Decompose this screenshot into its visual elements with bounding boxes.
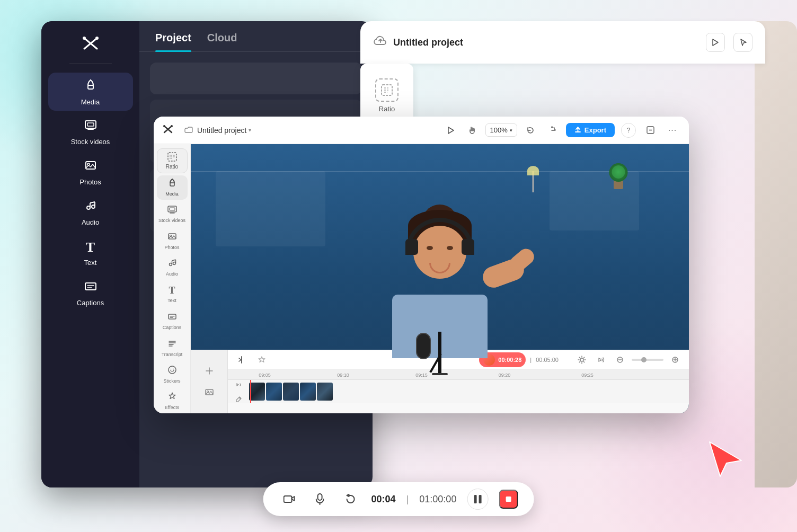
editor-nav-captions[interactable]: Captions (157, 308, 188, 333)
sidebar-item-text[interactable]: T Text (48, 234, 133, 272)
nav-text-icon: T (169, 285, 175, 296)
timeline-side-controls (191, 350, 228, 413)
zoom-minus-btn[interactable] (613, 352, 627, 367)
chevron-zoom-icon: ▾ (510, 128, 512, 133)
reset-btn[interactable] (341, 489, 361, 509)
export-btn[interactable]: Export (566, 123, 615, 137)
redo-btn[interactable] (544, 122, 560, 138)
editor-nav-text[interactable]: T Text (157, 282, 188, 306)
captions-icon (84, 280, 97, 296)
sidebar-item-captions[interactable]: Captions (48, 274, 133, 312)
tab-project[interactable]: Project (155, 32, 191, 51)
sidebar-item-stock-videos[interactable]: Stock videos (48, 113, 133, 151)
edit-clip-btn[interactable] (233, 393, 245, 403)
thumb-5 (317, 383, 333, 401)
play-preview-btn[interactable] (443, 122, 459, 138)
editor-nav-effects[interactable]: Effects (157, 389, 188, 413)
svg-rect-68 (318, 494, 322, 500)
nav-text-label: Text (167, 298, 176, 303)
tab-cloud[interactable]: Cloud (207, 32, 237, 51)
nav-stickers-icon (167, 365, 177, 377)
svg-rect-72 (506, 496, 511, 502)
svg-rect-65 (206, 389, 213, 395)
ratio-label: Ratio (379, 105, 395, 113)
rec-total-duration: 01:00:00 (419, 494, 456, 505)
nav-media-icon (167, 178, 177, 190)
timeline-track (228, 380, 689, 403)
camera-btn[interactable] (279, 489, 299, 509)
hand-tool-btn[interactable] (464, 122, 480, 138)
header-actions (706, 33, 752, 52)
svg-point-52 (169, 366, 176, 374)
editor-nav-photos[interactable]: Photos (157, 228, 188, 253)
stock-videos-icon (84, 119, 97, 135)
nav-stock-icon (167, 205, 177, 216)
timeline-settings-btn[interactable] (574, 352, 589, 367)
editor-inner-sidebar: Ratio Media (154, 144, 191, 413)
editor-nav-transcript[interactable]: Transcript (157, 335, 188, 360)
sidebar-item-media[interactable]: Media (48, 73, 133, 111)
ruler-mark-4: 09:20 (499, 373, 511, 378)
nav-captions-icon (167, 312, 177, 323)
editor-nav-stock[interactable]: Stock videos (157, 202, 188, 226)
split-tool-btn[interactable] (234, 352, 249, 367)
ratio-icon (375, 78, 398, 102)
svg-rect-71 (479, 495, 481, 503)
share-btn[interactable] (642, 122, 658, 138)
editor-nav-stickers[interactable]: Stickers (157, 362, 188, 386)
sidebar-item-media-label: Media (81, 98, 100, 106)
timeline-pic-btn[interactable] (201, 384, 218, 401)
sidebar-item-audio[interactable]: Audio (48, 193, 133, 232)
svg-rect-36 (170, 208, 175, 210)
mute-btn[interactable] (233, 379, 245, 391)
svg-rect-35 (168, 206, 176, 212)
time-separator: | (406, 494, 409, 505)
editor-project-name[interactable]: Untitled project ▾ (184, 126, 251, 135)
right-panel-peek (755, 21, 797, 487)
timeline-right-controls (574, 352, 683, 367)
zoom-control[interactable]: 100% ▾ (485, 123, 517, 137)
svg-marker-27 (448, 127, 454, 134)
favorite-btn[interactable] (254, 352, 269, 367)
nav-stickers-label: Stickers (163, 378, 180, 384)
mic-btn[interactable] (310, 489, 330, 509)
timeline-expand-btn[interactable] (201, 362, 218, 379)
editor-ratio-tab[interactable]: Ratio (157, 148, 188, 173)
stop-btn[interactable] (499, 490, 518, 509)
editor-logo (162, 123, 174, 137)
header-play-btn[interactable] (706, 33, 725, 52)
editor-topbar: Untitled project ▾ 100% ▾ (154, 117, 689, 144)
thumb-3 (283, 383, 299, 401)
nav-effects-label: Effects (165, 405, 179, 410)
cloud-icon (373, 35, 388, 50)
editor-nav-media[interactable]: Media (157, 175, 188, 200)
photos-icon (84, 159, 97, 175)
svg-point-2 (83, 37, 86, 40)
project-title: Untitled project (393, 37, 706, 48)
media-icon (84, 78, 98, 95)
nav-audio-label: Audio (166, 271, 178, 277)
ruler-mark-2: 09:10 (337, 373, 349, 378)
svg-point-3 (95, 37, 99, 40)
left-sidebar: Media Stock videos Photos (41, 21, 139, 487)
zoom-plus-btn[interactable] (668, 352, 683, 367)
undo-btn[interactable] (523, 122, 538, 138)
nav-photos-icon (167, 232, 177, 243)
editor-body: Ratio Media (154, 144, 689, 413)
header-pointer-btn[interactable] (733, 33, 752, 52)
pause-btn[interactable] (467, 489, 488, 510)
editor-topbar-tools: 100% ▾ (443, 122, 560, 138)
timeline-audio-btn[interactable] (594, 352, 608, 367)
editor-nav-audio[interactable]: Audio (157, 255, 188, 280)
more-btn[interactable]: ··· (665, 122, 680, 138)
nav-media-label: Media (165, 191, 179, 197)
sidebar-item-photos[interactable]: Photos (48, 153, 133, 191)
help-btn[interactable]: ? (621, 123, 636, 138)
svg-rect-6 (87, 123, 94, 126)
zoom-slider[interactable] (632, 359, 663, 361)
timeline-ruler: 09:05 09:10 09:15 09:20 09:25 (228, 369, 689, 380)
svg-rect-5 (85, 121, 96, 128)
thumb-4 (300, 383, 316, 401)
editor-window: Untitled project ▾ 100% ▾ (154, 117, 689, 413)
clip-thumbstrip (249, 383, 333, 401)
